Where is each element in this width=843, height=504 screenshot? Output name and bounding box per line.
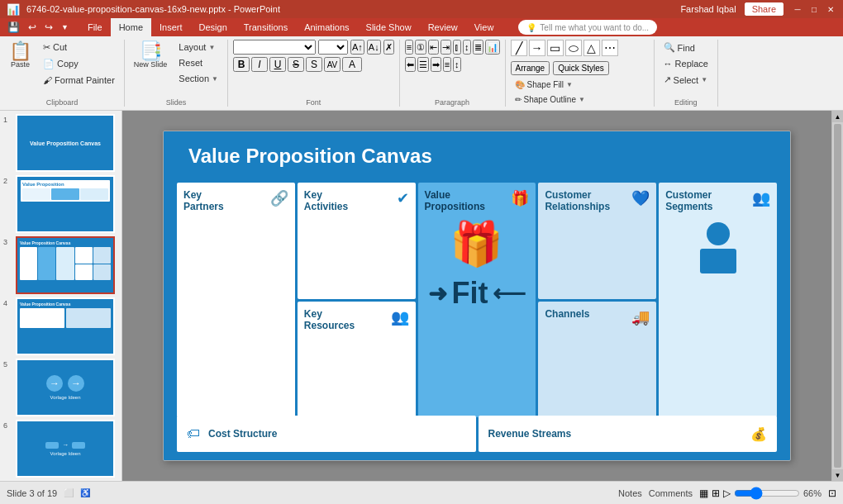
strikethrough-btn[interactable]: S: [288, 57, 304, 72]
tab-animations[interactable]: Animations: [296, 18, 357, 36]
share-button[interactable]: Share: [745, 2, 783, 16]
tab-home[interactable]: Home: [111, 18, 151, 36]
tab-design[interactable]: Design: [191, 18, 236, 36]
increase-font-btn[interactable]: A↑: [350, 40, 364, 55]
format-painter-btn[interactable]: 🖌 Format Painter: [39, 73, 119, 88]
zoom-slider[interactable]: [734, 488, 800, 498]
clear-format-btn[interactable]: ✗: [383, 40, 394, 55]
font-size-select[interactable]: [318, 40, 348, 55]
font-color-btn[interactable]: A: [342, 57, 362, 72]
fit-window-btn[interactable]: ⊡: [828, 487, 836, 499]
arrange-btn[interactable]: Arrange: [511, 61, 550, 75]
tab-slideshow[interactable]: Slide Show: [358, 18, 420, 36]
tab-review[interactable]: Review: [420, 18, 466, 36]
scroll-thumb[interactable]: [834, 124, 841, 468]
slide-panel: 1 Value Proposition Canvas 2 Value Propo…: [0, 111, 122, 481]
reset-btn[interactable]: Reset: [174, 55, 222, 70]
undo-qat-btn[interactable]: ↩: [26, 21, 39, 34]
underline-btn[interactable]: U: [269, 57, 286, 72]
slide-thumb-1[interactable]: Value Proposition Canvas: [16, 114, 115, 172]
scroll-down-btn[interactable]: ▼: [832, 469, 843, 481]
shape-oval[interactable]: ⬭: [565, 40, 582, 56]
slide-thumb-container-4: 4 Value Proposition Canvas: [3, 297, 118, 355]
numbering-btn[interactable]: ①: [415, 40, 426, 55]
decrease-indent-btn[interactable]: ⇤: [428, 40, 439, 55]
section-btn[interactable]: Section ▼: [174, 71, 222, 86]
right-scrollbar[interactable]: ▲ ▼: [831, 111, 843, 481]
value-propositions-cell: ValuePropositions 🎁 🎁 ➜ Fit ⟵: [418, 183, 536, 417]
shape-rect[interactable]: ▭: [547, 40, 564, 56]
maximize-btn[interactable]: □: [808, 3, 820, 15]
cost-structure-icon: 🏷: [187, 426, 200, 441]
save-qat-btn[interactable]: 💾: [5, 21, 22, 34]
slide-thumb-2[interactable]: Value Proposition: [16, 175, 115, 233]
slide-thumb-5[interactable]: → → Vorlage Ideen: [16, 359, 115, 416]
shape-fill-btn[interactable]: 🎨 Shape Fill ▼: [511, 78, 592, 92]
revenue-streams-cell: Revenue Streams 💰: [479, 416, 778, 452]
qat-more-btn[interactable]: ▼: [59, 22, 71, 32]
paste-btn[interactable]: 📋 Paste: [5, 40, 36, 71]
scroll-up-btn[interactable]: ▲: [832, 111, 843, 122]
tell-me-box[interactable]: 💡 Tell me what you want to do...: [518, 20, 657, 35]
cost-structure-title: Cost Structure: [208, 428, 277, 440]
replace-btn[interactable]: ↔ Replace: [660, 56, 712, 71]
key-resources-cell: KeyResources 👥: [298, 302, 416, 418]
copy-btn[interactable]: 📄 Copy: [39, 56, 119, 72]
char-spacing-btn[interactable]: AV: [324, 57, 341, 72]
customer-segments-icon: 👥: [752, 189, 770, 207]
shape-triangle[interactable]: △: [583, 40, 600, 56]
shape-arrow[interactable]: →: [529, 40, 545, 56]
tab-transitions[interactable]: Transitions: [236, 18, 296, 36]
comments-btn[interactable]: Comments: [649, 488, 693, 498]
shape-outline-btn[interactable]: ✏ Shape Outline ▼: [511, 93, 592, 107]
key-resources-icon: 👥: [391, 308, 409, 326]
new-slide-btn[interactable]: 📑 New Slide: [130, 40, 172, 71]
view-sorter-btn[interactable]: ⊞: [712, 487, 720, 499]
slide-thumb-6[interactable]: → Vorlage Ideen: [16, 420, 115, 478]
slide-thumb-container-2: 2 Value Proposition: [3, 175, 118, 233]
convert-smartart-btn[interactable]: 📊: [485, 40, 500, 55]
view-reading-btn[interactable]: ▷: [723, 487, 731, 499]
text-direction-btn[interactable]: ↕: [463, 40, 471, 55]
layout-btn[interactable]: Layout ▼: [174, 40, 222, 55]
justify-btn[interactable]: ≡: [443, 57, 451, 72]
select-btn[interactable]: ↗ Select ▼: [660, 72, 712, 88]
slide-title: Value Proposition Canvas: [188, 145, 432, 168]
tab-view[interactable]: View: [466, 18, 502, 36]
fit-text: Fit: [452, 276, 488, 311]
notes-btn[interactable]: Notes: [618, 488, 642, 498]
increase-indent-btn[interactable]: ⇥: [441, 40, 451, 55]
shape-more[interactable]: ⋯: [602, 40, 618, 56]
align-right-btn[interactable]: ➡: [431, 57, 441, 72]
zoom-controls: ▦ ⊞ ▷ 66%: [699, 487, 822, 499]
slide-thumb-3[interactable]: Value Proposition Canvas: [16, 236, 115, 294]
line-spacing-btn[interactable]: ↕: [453, 57, 461, 72]
slide-thumb-container-5: 5 → → Vorlage Ideen: [3, 359, 118, 416]
decrease-font-btn[interactable]: A↓: [367, 40, 381, 55]
find-btn[interactable]: 🔍 Find: [660, 40, 712, 55]
align-text-btn[interactable]: ≣: [473, 40, 483, 55]
align-center-btn[interactable]: ☰: [417, 57, 429, 72]
italic-btn[interactable]: I: [251, 57, 268, 72]
slide-thumb-4[interactable]: Value Proposition Canvas: [16, 297, 115, 355]
shape-line[interactable]: ╱: [511, 40, 527, 56]
bold-btn[interactable]: B: [233, 57, 250, 72]
shadow-btn[interactable]: S: [306, 57, 322, 72]
cut-btn[interactable]: ✂ Cut: [39, 40, 119, 55]
lightbulb-icon: 💡: [526, 23, 536, 32]
revenue-streams-title: Revenue Streams: [488, 428, 572, 440]
font-family-select[interactable]: [233, 40, 316, 55]
align-left-btn[interactable]: ⬅: [405, 57, 416, 72]
tab-file[interactable]: File: [79, 18, 111, 36]
minimize-btn[interactable]: ─: [792, 3, 803, 15]
ribbon-tabs: File Home Insert Design Transitions Anim…: [76, 18, 843, 36]
tab-insert[interactable]: Insert: [151, 18, 191, 36]
columns-btn[interactable]: ⫿: [453, 40, 461, 55]
close-btn[interactable]: ✕: [825, 3, 836, 15]
redo-qat-btn[interactable]: ↪: [42, 21, 55, 34]
quick-styles-btn[interactable]: Quick Styles: [553, 61, 609, 75]
app-icon: 📊: [7, 3, 20, 16]
view-normal-btn[interactable]: ▦: [699, 487, 708, 499]
slide-canvas: Value Proposition Canvas KeyPartners 🔗 K…: [163, 131, 791, 461]
bullets-btn[interactable]: ≡: [405, 40, 413, 55]
